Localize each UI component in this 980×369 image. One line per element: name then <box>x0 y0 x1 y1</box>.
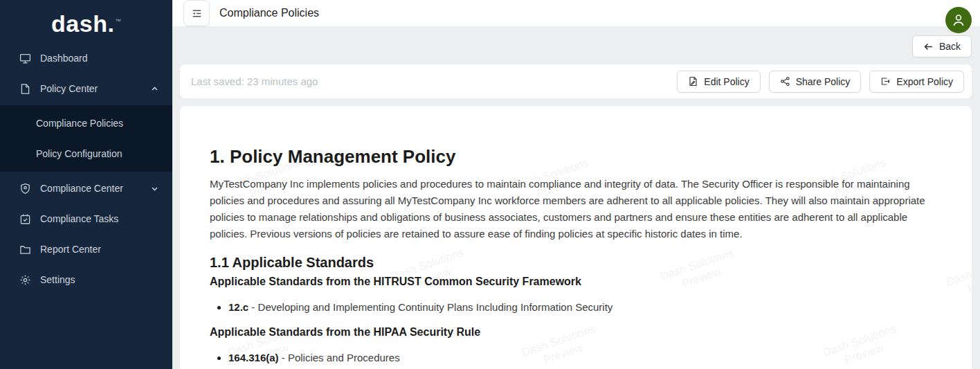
sidebar-item-compliance-policies[interactable]: Compliance Policies <box>0 108 172 138</box>
back-row: Back <box>180 35 972 57</box>
export-icon <box>880 76 891 87</box>
sidebar-item-report-center[interactable]: Report Center <box>0 234 172 264</box>
sidebar-item-compliance-center[interactable]: Compliance Center <box>0 173 172 204</box>
user-avatar[interactable] <box>945 7 972 33</box>
sidebar-item-compliance-tasks[interactable]: Compliance Tasks <box>0 204 172 234</box>
sidebar-toggle-button[interactable] <box>183 0 210 26</box>
calendar-check-icon <box>19 213 31 225</box>
chevron-down-icon <box>151 185 158 192</box>
standard-item: 164.316(a) - Policies and Procedures <box>228 350 930 366</box>
app-logo-text: dash.™ <box>51 10 121 37</box>
standards-list-hipaa: 164.316(a) - Policies and Procedures <box>210 350 930 366</box>
policy-center-submenu: Compliance Policies Policy Configuration <box>0 105 172 172</box>
toolbar-actions: Edit Policy Share Policy Export Policy <box>677 71 964 93</box>
export-policy-label: Export Policy <box>896 76 953 87</box>
submenu-item-label: Policy Configuration <box>36 148 122 159</box>
policy-toolbar: Last saved: 23 minutes ago Edit Policy S… <box>180 64 972 98</box>
file-icon <box>19 83 31 95</box>
trademark-mark: ™ <box>115 18 121 24</box>
arrow-left-icon <box>923 42 934 52</box>
sidebar-item-label: Compliance Center <box>40 183 123 194</box>
standard-item: 12.c - Developing and Implementing Conti… <box>228 300 930 315</box>
document-title: 1. Policy Management Policy <box>210 146 930 168</box>
back-button[interactable]: Back <box>912 35 972 57</box>
sidebar-item-settings[interactable]: Settings <box>0 264 172 295</box>
edit-policy-button[interactable]: Edit Policy <box>677 71 760 93</box>
menu-fold-icon <box>191 8 203 19</box>
sidebar-item-policy-center[interactable]: Policy Center <box>0 73 172 104</box>
main-area: Compliance Policies Back Last saved: 23 … <box>172 0 980 369</box>
top-header: Compliance Policies <box>172 0 980 26</box>
folder-icon <box>19 244 31 255</box>
sidebar-item-label: Compliance Tasks <box>40 213 118 224</box>
policy-document: Dash SolutionsPreview Dash SolutionsPrev… <box>180 106 972 369</box>
content-area: Back Last saved: 23 minutes ago Edit Pol… <box>172 26 980 369</box>
standards-heading-hitrust: Applicable Standards from the HITRUST Co… <box>210 276 930 288</box>
share-policy-button[interactable]: Share Policy <box>769 71 862 93</box>
submenu-item-label: Compliance Policies <box>36 118 123 129</box>
sidebar-item-dashboard[interactable]: Dashboard <box>0 43 172 73</box>
document-body: 1. Policy Management Policy MyTestCompan… <box>180 106 972 366</box>
share-icon <box>780 76 790 87</box>
gear-icon <box>19 274 31 286</box>
sidebar-item-label: Dashboard <box>40 53 88 64</box>
app-logo: dash.™ <box>0 0 172 43</box>
sidebar-item-policy-configuration[interactable]: Policy Configuration <box>0 138 172 169</box>
file-edit-icon <box>688 76 698 87</box>
monitor-icon <box>19 53 31 64</box>
last-saved-status: Last saved: 23 minutes ago <box>191 75 318 87</box>
person-icon <box>951 12 966 28</box>
chevron-up-icon <box>151 85 158 93</box>
standards-heading-hipaa: Applicable Standards from the HIPAA Secu… <box>210 326 930 339</box>
export-policy-button[interactable]: Export Policy <box>869 71 964 93</box>
sidebar-item-label: Policy Center <box>40 83 98 94</box>
sidebar: dash.™ Dashboard Policy Center Complianc… <box>0 0 172 369</box>
section-title: 1.1 Applicable Standards <box>210 255 930 271</box>
back-button-label: Back <box>939 41 961 52</box>
edit-policy-label: Edit Policy <box>704 76 749 87</box>
sidebar-item-label: Settings <box>40 274 75 285</box>
sidebar-item-label: Report Center <box>40 244 101 255</box>
standards-list-hitrust: 12.c - Developing and Implementing Conti… <box>210 300 930 315</box>
document-intro-paragraph: MyTestCompany Inc implements policies an… <box>210 176 930 242</box>
page-title: Compliance Policies <box>219 7 319 19</box>
share-policy-label: Share Policy <box>796 76 851 87</box>
shield-icon <box>19 183 31 195</box>
